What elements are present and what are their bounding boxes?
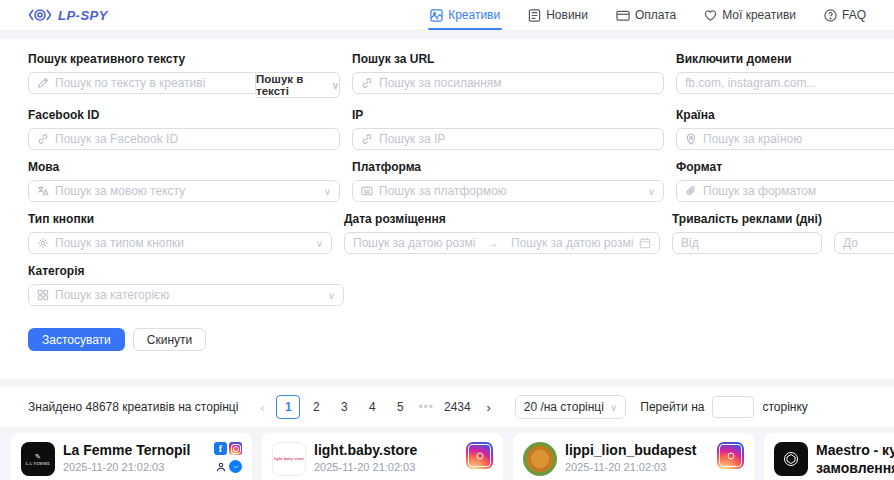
page-button-3[interactable]: 3 (332, 395, 356, 419)
facebook-id-input[interactable] (55, 132, 331, 146)
avatar (523, 442, 557, 476)
messenger-icon (229, 460, 242, 473)
goto-label: Перейти на (640, 400, 704, 414)
filter-label: Формат (676, 160, 894, 174)
nav-tab-payment[interactable]: Оплата (616, 0, 676, 30)
nav-label: Мої креативи (722, 8, 796, 22)
duration-to-input[interactable] (843, 236, 894, 250)
facebook-icon: f (214, 442, 227, 455)
card-title: lippi_lion_budapest (565, 442, 709, 460)
format-input[interactable] (703, 184, 894, 198)
filter-label: Тип кнопки (28, 212, 332, 226)
avatar: ✎LA FEMME (21, 442, 55, 476)
audience-network-icon (214, 460, 227, 473)
page-button-5[interactable]: 5 (388, 395, 412, 419)
page-size-select[interactable]: 20 /на сторінці ∨ (515, 395, 627, 419)
pagination-ellipsis[interactable]: ••• (418, 400, 434, 414)
language-select[interactable]: ∨ (28, 180, 340, 202)
instagram-icon (717, 442, 744, 469)
platform-input[interactable] (379, 184, 642, 198)
filter-label: Facebook ID (28, 108, 340, 122)
category-input[interactable] (55, 288, 322, 302)
chevron-down-icon: ∨ (332, 80, 339, 91)
date-range-picker[interactable]: → (344, 232, 660, 254)
page-button-1[interactable]: 1 (276, 395, 300, 419)
nav-label: Новини (546, 8, 588, 22)
brand-logo[interactable]: LP-SPY (28, 8, 108, 23)
link-icon (361, 133, 373, 145)
chevron-down-icon: ∨ (610, 402, 617, 413)
grid-icon (37, 289, 49, 301)
filter-ip: IP (352, 108, 664, 150)
filter-platform: Платформа ∨ (352, 160, 664, 202)
filter-label: Країна (676, 108, 894, 122)
page-button-2[interactable]: 2 (304, 395, 328, 419)
instagram-icon (229, 442, 242, 455)
duration-from-input[interactable] (681, 236, 813, 250)
platform-select[interactable]: ∨ (352, 180, 664, 202)
instagram-icon (466, 442, 493, 469)
nav-label: Креативи (448, 8, 500, 22)
search-mode-select[interactable]: Пошук в тексті ∨ (256, 72, 340, 98)
filter-label: Пошук креативного тексту (28, 52, 340, 66)
eye-logo-icon (28, 8, 52, 22)
button-type-input[interactable] (55, 236, 310, 250)
goto-page-input[interactable] (712, 396, 754, 418)
filter-url: Пошук за URL (352, 52, 664, 98)
question-icon (824, 9, 837, 22)
card-title: La Femme Ternopil (63, 442, 206, 460)
page-button-4[interactable]: 4 (360, 395, 384, 419)
chevron-down-icon: ∨ (328, 290, 335, 301)
location-pin-icon (685, 133, 697, 145)
card-title: Maestro - кухні, меблі на замовлення в У… (816, 442, 894, 477)
language-input[interactable] (55, 184, 318, 198)
pencil-icon (37, 77, 49, 89)
goto-suffix: сторінку (762, 400, 807, 414)
avatar: light baby store (272, 442, 306, 476)
filter-exclude-domains: Виключити домени (676, 52, 894, 98)
next-page-button[interactable]: › (479, 400, 499, 415)
chevron-down-icon: ∨ (648, 186, 655, 197)
calendar-icon (639, 237, 651, 249)
nav-label: Оплата (635, 8, 676, 22)
nav-tab-creatives[interactable]: Креативи (430, 0, 500, 30)
nav-tab-my-creatives[interactable]: Мої креативи (704, 0, 796, 30)
results-summary: Знайдено 48678 креативів на сторінці (28, 400, 238, 414)
nav-label: FAQ (842, 8, 866, 22)
creatives-grid: ✎LA FEMME La Femme Ternopil 2025-11-20 2… (0, 433, 894, 480)
prev-page-button[interactable]: ‹ (252, 400, 272, 415)
avatar (774, 442, 808, 476)
filter-category: Категорія ∨ (28, 264, 344, 306)
creative-card[interactable]: Maestro - кухні, меблі на замовлення в У… (764, 433, 894, 480)
link-icon (361, 77, 373, 89)
chevron-down-icon: ∨ (324, 186, 331, 197)
nav-tab-faq[interactable]: FAQ (824, 0, 866, 30)
url-input[interactable] (379, 76, 655, 90)
date-to-input[interactable] (511, 236, 633, 250)
nav-tab-news[interactable]: Новини (528, 0, 588, 30)
creative-text-input[interactable] (55, 76, 247, 90)
filter-duration: Тривалість реклами (дні) (672, 212, 894, 254)
platform-icons: f (214, 442, 242, 476)
ip-input[interactable] (379, 132, 655, 146)
category-select[interactable]: ∨ (28, 284, 344, 306)
creative-card[interactable]: lippi_lion_budapest 2025-11-20 21:02:03 … (513, 433, 754, 480)
page-button-last[interactable]: 2434 (440, 395, 475, 419)
goto-page: Перейти на сторінку (640, 396, 808, 418)
filter-facebook-id: Facebook ID (28, 108, 340, 150)
apply-button[interactable]: Застосувати (28, 328, 125, 351)
filter-label: Мова (28, 160, 340, 174)
creative-card[interactable]: ✎LA FEMME La Femme Ternopil 2025-11-20 2… (11, 433, 252, 480)
card-date: 2025-11-20 21:02:03 (565, 461, 709, 473)
filter-label: Тривалість реклами (дні) (672, 212, 894, 226)
top-navbar: LP-SPY Креативи Новини Оплата Мої креати… (0, 0, 894, 31)
reset-button[interactable]: Скинути (133, 328, 206, 351)
card-icon (616, 9, 630, 22)
country-input[interactable] (703, 132, 894, 146)
creative-card[interactable]: light baby store light.baby.store 2025-1… (262, 433, 503, 480)
date-from-input[interactable] (353, 236, 475, 250)
filter-label: Категорія (28, 264, 344, 278)
main-nav: Креативи Новини Оплата Мої креативи FAQ (430, 0, 866, 30)
exclude-domains-input[interactable] (685, 76, 894, 90)
button-type-select[interactable]: ∨ (28, 232, 332, 254)
